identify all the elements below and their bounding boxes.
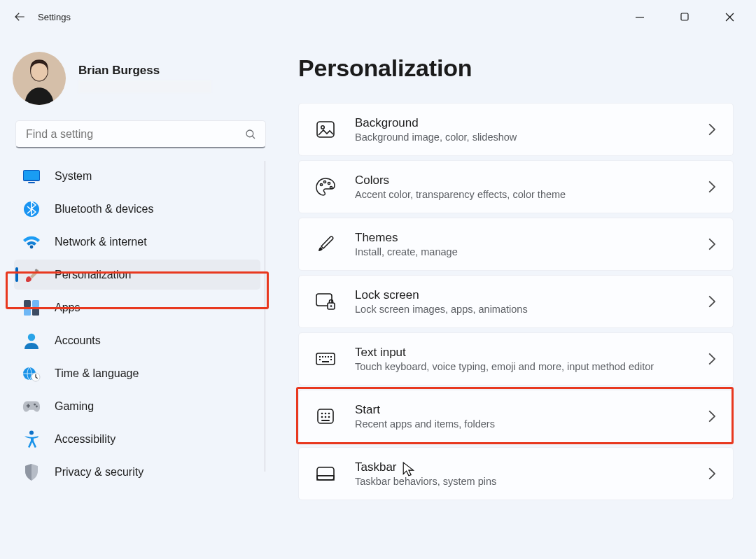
sidebar-item-time[interactable]: Time & language bbox=[14, 358, 260, 388]
card-subtitle: Lock screen images, apps, animations bbox=[355, 304, 702, 315]
card-subtitle: Install, create, manage bbox=[355, 246, 702, 257]
card-lockscreen[interactable]: Lock screenLock screen images, apps, ani… bbox=[298, 275, 734, 328]
svg-rect-23 bbox=[317, 122, 334, 137]
card-title: Colors bbox=[355, 174, 702, 187]
card-subtitle: Touch keyboard, voice typing, emoji and … bbox=[355, 361, 702, 372]
palette-icon bbox=[312, 173, 340, 201]
chevron-right-icon bbox=[702, 295, 720, 308]
chevron-right-icon bbox=[702, 238, 720, 250]
card-title: Lock screen bbox=[355, 288, 702, 302]
svg-rect-50 bbox=[317, 476, 334, 480]
svg-rect-48 bbox=[321, 420, 330, 421]
svg-rect-33 bbox=[319, 356, 321, 358]
chevron-right-icon bbox=[702, 181, 720, 193]
search-box[interactable] bbox=[15, 120, 266, 148]
svg-point-24 bbox=[321, 126, 324, 129]
minimize-icon bbox=[636, 13, 644, 21]
sidebar-item-personalization[interactable]: Personalization bbox=[14, 260, 260, 290]
svg-point-26 bbox=[323, 181, 326, 183]
svg-point-22 bbox=[29, 430, 34, 434]
svg-rect-35 bbox=[325, 356, 326, 358]
user-block[interactable]: Brian Burgess bbox=[8, 46, 266, 118]
svg-rect-13 bbox=[24, 309, 31, 316]
svg-rect-32 bbox=[316, 353, 335, 365]
card-start[interactable]: StartRecent apps and items, folders bbox=[298, 390, 734, 443]
display-icon bbox=[22, 167, 41, 185]
card-subtitle: Accent color, transparency effects, colo… bbox=[355, 189, 702, 200]
card-themes[interactable]: ThemesInstall, create, manage bbox=[298, 218, 734, 271]
person-icon bbox=[22, 332, 41, 350]
sidebar-item-label: Apps bbox=[55, 302, 80, 314]
svg-point-45 bbox=[321, 416, 323, 418]
arrow-left-icon bbox=[13, 10, 26, 23]
svg-point-47 bbox=[328, 416, 330, 418]
svg-point-19 bbox=[36, 405, 38, 407]
bluetooth-icon bbox=[22, 200, 41, 218]
card-subtitle: Background image, color, slideshow bbox=[355, 132, 702, 143]
svg-point-28 bbox=[330, 186, 332, 188]
sidebar-item-apps[interactable]: Apps bbox=[14, 292, 260, 323]
sidebar-item-label: Accounts bbox=[55, 334, 101, 347]
sidebar-item-label: Privacy & security bbox=[55, 466, 144, 479]
svg-point-18 bbox=[34, 403, 36, 405]
sidebar-item-label: Gaming bbox=[55, 400, 94, 413]
svg-point-44 bbox=[328, 413, 330, 415]
sidebar-item-system[interactable]: System bbox=[14, 161, 260, 191]
maximize-button[interactable] bbox=[662, 4, 707, 29]
settings-window: Settings Brian Burgess bbox=[0, 0, 756, 559]
card-textinput[interactable]: Text inputTouch keyboard, voice typing, … bbox=[298, 332, 734, 385]
sidebar: Brian Burgess System Bluetooth & devices bbox=[0, 34, 279, 559]
chevron-right-icon bbox=[702, 353, 720, 365]
picture-icon bbox=[312, 115, 340, 143]
taskbar-icon bbox=[312, 460, 340, 488]
svg-point-42 bbox=[321, 413, 323, 415]
accessibility-icon bbox=[22, 430, 41, 448]
svg-point-15 bbox=[28, 333, 35, 340]
back-button[interactable] bbox=[1, 0, 38, 34]
card-title: Start bbox=[355, 403, 702, 417]
start-icon bbox=[312, 402, 340, 430]
user-email-blurred bbox=[78, 80, 211, 93]
close-button[interactable] bbox=[707, 4, 752, 29]
sidebar-item-network[interactable]: Network & internet bbox=[14, 227, 260, 257]
card-background[interactable]: BackgroundBackground image, color, slide… bbox=[298, 103, 734, 156]
svg-point-25 bbox=[320, 183, 322, 185]
keyboard-icon bbox=[312, 345, 340, 373]
svg-rect-49 bbox=[317, 467, 334, 480]
svg-rect-39 bbox=[330, 359, 332, 360]
avatar bbox=[13, 52, 66, 105]
sidebar-item-privacy[interactable]: Privacy & security bbox=[14, 457, 260, 487]
clock-globe-icon bbox=[22, 365, 41, 383]
sidebar-item-bluetooth[interactable]: Bluetooth & devices bbox=[14, 194, 260, 224]
sidebar-item-label: Personalization bbox=[55, 269, 131, 281]
scrollbar-track[interactable] bbox=[265, 161, 265, 472]
minimize-button[interactable] bbox=[617, 4, 662, 29]
main-panel: Personalization BackgroundBackground ima… bbox=[279, 34, 756, 559]
card-taskbar[interactable]: TaskbarTaskbar behaviors, system pins bbox=[298, 447, 734, 500]
brush-icon bbox=[22, 266, 41, 284]
search-input[interactable] bbox=[24, 127, 244, 141]
search-icon bbox=[244, 128, 257, 141]
wifi-icon bbox=[22, 233, 41, 251]
svg-rect-34 bbox=[322, 356, 323, 358]
page-title: Personalization bbox=[298, 55, 734, 82]
gamepad-icon bbox=[22, 397, 41, 416]
sidebar-item-label: Accessibility bbox=[55, 433, 115, 446]
card-subtitle: Taskbar behaviors, system pins bbox=[355, 476, 702, 487]
svg-rect-40 bbox=[322, 361, 329, 362]
apps-grid-icon bbox=[22, 299, 41, 317]
card-colors[interactable]: ColorsAccent color, transparency effects… bbox=[298, 160, 734, 213]
pen-icon bbox=[312, 230, 340, 258]
svg-rect-1 bbox=[681, 13, 688, 20]
sidebar-item-accessibility[interactable]: Accessibility bbox=[14, 424, 260, 454]
user-name: Brian Burgess bbox=[78, 64, 211, 78]
sidebar-item-accounts[interactable]: Accounts bbox=[14, 325, 260, 355]
sidebar-item-gaming[interactable]: Gaming bbox=[14, 391, 260, 421]
chevron-right-icon bbox=[702, 123, 720, 136]
svg-rect-6 bbox=[24, 171, 39, 180]
title-bar: Settings bbox=[0, 0, 756, 34]
svg-point-27 bbox=[328, 182, 330, 184]
nav-list: System Bluetooth & devices Network & int… bbox=[8, 161, 266, 487]
svg-rect-21 bbox=[27, 404, 29, 408]
svg-point-9 bbox=[30, 245, 34, 248]
